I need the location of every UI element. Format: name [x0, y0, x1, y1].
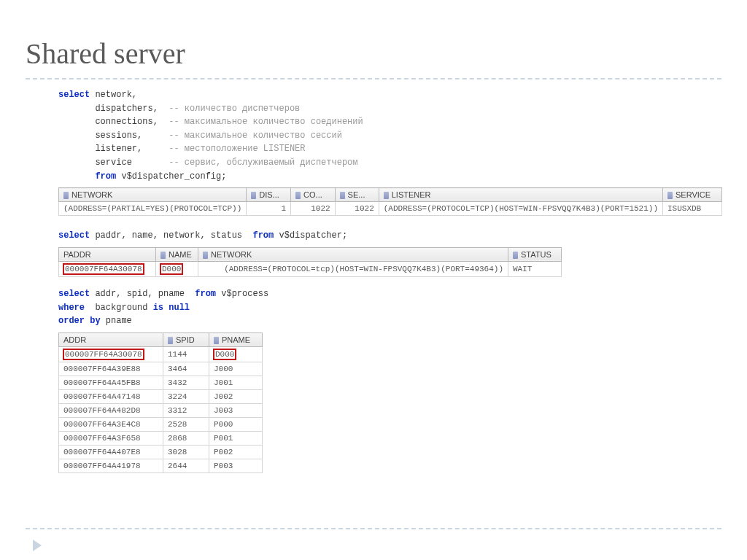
kw-select-2: select	[58, 230, 90, 241]
cell-addr: 000007FF64A47148	[59, 389, 163, 403]
col-network[interactable]: NETWORK	[59, 188, 247, 202]
sql3-cond: background	[95, 303, 147, 313]
col-network2[interactable]: NETWORK	[198, 247, 508, 261]
cell-service: ISUSXDB	[663, 202, 722, 216]
field-listener: listener,	[95, 144, 142, 154]
cell-addr: 000007FF64A41978	[59, 459, 163, 472]
kw-orderby: order by	[58, 316, 101, 326]
cell-pname: D000	[209, 346, 263, 362]
slide: Shared server select network, dispatcher…	[0, 0, 747, 560]
sql2-body: paddr, name, network, status	[95, 230, 242, 241]
grid3-row[interactable]: 000007FF64A407E83028P002	[59, 445, 263, 459]
cell-status: WAIT	[508, 261, 562, 276]
kw-is: is	[153, 303, 163, 313]
kw-select: select	[58, 90, 90, 100]
slide-arrow-icon	[33, 540, 42, 551]
sort-icon	[513, 252, 518, 259]
field-service: service	[95, 158, 131, 168]
sort-icon	[63, 192, 69, 199]
cell-addr: 000007FF64A3F658	[59, 431, 163, 445]
col-addr[interactable]: ADDR	[59, 332, 163, 346]
sql3-body: addr, spid, pname	[95, 289, 184, 299]
cell-dis: 1	[247, 202, 291, 216]
sort-icon	[203, 252, 208, 259]
grid3-row[interactable]: 000007FF64A482D83312J003	[59, 403, 263, 417]
grid2-header-row: PADDR NAME NETWORK STATUS	[59, 247, 562, 261]
grid3-header-row: ADDR SPID PNAME	[59, 332, 263, 346]
grid3-row[interactable]: 000007FF64A45FB83432J001	[59, 376, 263, 389]
col-pname[interactable]: PNAME	[209, 332, 263, 346]
sort-icon	[251, 192, 256, 199]
sort-icon	[168, 337, 173, 344]
cell-addr: 000007FF64A39E88	[59, 362, 163, 376]
cell-network2: (ADDRESS=(PROTOCOL=tcp)(HOST=WIN-FPSVQQ7…	[198, 261, 508, 276]
cell-pname: J003	[209, 403, 263, 417]
cell-pname: J001	[209, 376, 263, 389]
kw-select-3: select	[58, 289, 90, 299]
col-listener[interactable]: LISTENER	[379, 188, 662, 202]
cell-spid: 3312	[163, 403, 209, 417]
table-3: v$process	[221, 289, 268, 299]
col-co[interactable]: CO...	[291, 188, 336, 202]
cell-pname: P003	[209, 459, 263, 472]
col-se[interactable]: SE...	[335, 188, 379, 202]
table-2: v$dispatcher;	[279, 230, 347, 241]
grid3-row[interactable]: 000007FF64A39E883464J000	[59, 362, 263, 376]
grid3-row[interactable]: 000007FF64A3F6582868P001	[59, 431, 263, 445]
cell-se: 1022	[335, 202, 379, 216]
title-divider	[26, 78, 721, 79]
highlight-paddr: 000007FF64A30078	[63, 264, 144, 274]
cell-co: 1022	[291, 202, 336, 216]
kw-from: from	[95, 171, 116, 182]
kw-where: where	[58, 303, 85, 313]
grid3-row[interactable]: 000007FF64A300781144D000	[59, 346, 263, 362]
col-spid[interactable]: SPID	[163, 332, 209, 346]
cell-pname: J002	[209, 389, 263, 403]
cell-addr: 000007FF64A3E4C8	[59, 417, 163, 431]
cell-network: (ADDRESS=(PARTIAL=YES)(PROTOCOL=TCP))	[59, 202, 247, 216]
col-name[interactable]: NAME	[156, 247, 198, 261]
col-dis[interactable]: DIS...	[247, 188, 291, 202]
kw-null: null	[169, 303, 190, 313]
col-status[interactable]: STATUS	[508, 247, 562, 261]
cell-spid: 2528	[163, 417, 209, 431]
kw-from-3: from	[195, 289, 216, 299]
col-paddr[interactable]: PADDR	[59, 247, 156, 261]
cell-name: D000	[156, 261, 198, 276]
cell-pname: P002	[209, 445, 263, 459]
cell-pname: P000	[209, 417, 263, 431]
sql-block-2: select paddr, name, network, status from…	[58, 229, 721, 243]
result-grid-2: PADDR NAME NETWORK STATUS 000007FF64A300…	[58, 247, 562, 277]
sort-icon	[160, 252, 166, 259]
cell-addr: 000007FF64A45FB8	[59, 376, 163, 389]
bottom-divider	[26, 528, 721, 529]
cmt-dispatchers: -- количество диспетчеров	[169, 104, 300, 114]
cell-spid: 2644	[163, 459, 209, 472]
grid3-row[interactable]: 000007FF64A3E4C82528P000	[59, 417, 263, 431]
col-service[interactable]: SERVICE	[663, 188, 722, 202]
cell-paddr: 000007FF64A30078	[59, 261, 156, 276]
grid3-row[interactable]: 000007FF64A419782644P003	[59, 459, 263, 472]
result-grid-1: NETWORK DIS... CO... SE... LISTENER SERV…	[58, 187, 722, 216]
kw-from-2: from	[252, 230, 274, 241]
cmt-connections: -- максимальное количество соединений	[169, 117, 363, 127]
result-grid-3: ADDR SPID PNAME 000007FF64A300781144D000…	[58, 332, 263, 473]
field-sessions: sessions,	[95, 131, 142, 141]
highlight-name: D000	[160, 264, 182, 274]
cell-addr: 000007FF64A482D8	[59, 403, 163, 417]
highlight-pname: D000	[214, 349, 236, 359]
cell-spid: 3028	[163, 445, 209, 459]
grid3-row[interactable]: 000007FF64A471483224J002	[59, 389, 263, 403]
field-dispatchers: dispatchers,	[95, 104, 158, 114]
grid2-row[interactable]: 000007FF64A30078 D000 (ADDRESS=(PROTOCOL…	[59, 261, 562, 276]
cell-spid: 3464	[163, 362, 209, 376]
sql3-ordcol: pname	[106, 316, 132, 326]
cmt-listener: -- местоположение LISTENER	[169, 144, 305, 154]
cell-spid: 3224	[163, 389, 209, 403]
grid1-row[interactable]: (ADDRESS=(PARTIAL=YES)(PROTOCOL=TCP)) 1 …	[59, 202, 722, 216]
highlight-addr: 000007FF64A30078	[63, 349, 144, 359]
sql-block-3: select addr, spid, pname from v$process …	[58, 287, 721, 328]
grid1-header-row: NETWORK DIS... CO... SE... LISTENER SERV…	[59, 188, 722, 202]
cell-pname: J000	[209, 362, 263, 376]
cmt-service: -- сервис, обслуживаемый диспетчером	[169, 158, 357, 168]
